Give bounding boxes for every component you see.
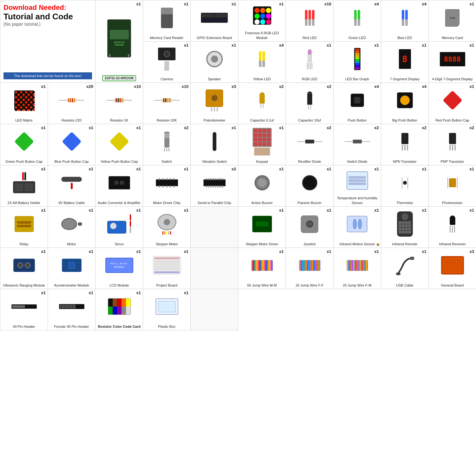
label-passive-buzzer: Passive Buzzer bbox=[287, 201, 332, 205]
icon-r1k bbox=[97, 84, 142, 117]
label-led-matrix: LED Matrix bbox=[2, 118, 46, 122]
qty-joystick: x1 bbox=[327, 208, 331, 213]
qty-big-push-btn: x4 bbox=[422, 84, 426, 89]
label-jump-ff: 20 Jump Wire F-F bbox=[287, 283, 332, 288]
icon-7seg: 8 bbox=[382, 43, 427, 76]
cell-rect-diode: x2 Rectifier Diode bbox=[286, 124, 334, 165]
icon-switch bbox=[144, 125, 189, 158]
qty-led-matrix: x1 bbox=[41, 84, 46, 89]
cell-serial-chip: x2 bbox=[191, 165, 238, 207]
qty-ultrasonic: x1 bbox=[41, 249, 46, 254]
icon-rect-diode bbox=[287, 125, 332, 158]
qty-yellow-led: x4 bbox=[279, 43, 284, 48]
label-serial-chip: Serial to Parallel Chip bbox=[192, 201, 237, 205]
qty-rgb: x1 bbox=[279, 2, 284, 6]
icon-cap10 bbox=[287, 84, 332, 117]
cell-keypad: x1 Keypad bbox=[238, 124, 286, 165]
label-yellow-cap: Yellow Push Button Cap bbox=[97, 159, 142, 164]
qty-blue-led: x4 bbox=[422, 2, 426, 6]
label-usb-cable: USB Cable bbox=[382, 283, 427, 288]
icon-red-led bbox=[287, 2, 332, 34]
icon-battery-cable bbox=[49, 167, 94, 199]
label-yellow-led: Yellow LED bbox=[240, 77, 284, 81]
icon-npn bbox=[382, 125, 427, 158]
icon-cap01 bbox=[240, 84, 284, 117]
icon-ultrasonic bbox=[2, 249, 46, 282]
cell-pin-header: x1 40 Pin Header bbox=[0, 289, 48, 330]
icon-push-btn bbox=[335, 84, 380, 117]
label-r220: Resistor-220 bbox=[49, 118, 94, 122]
qty-usb-cable: x1 bbox=[422, 249, 426, 254]
cell-potentiometer: x3 Potentiometer bbox=[191, 83, 238, 124]
qty-switch: x2 bbox=[184, 125, 188, 130]
qty-motor: x1 bbox=[89, 208, 93, 213]
qty-push-btn: x4 bbox=[374, 84, 379, 89]
label-blue-led: Blue LED bbox=[382, 36, 427, 40]
icon-ir-motion-sensor bbox=[335, 208, 380, 241]
icon-relay bbox=[2, 208, 46, 241]
cell-npn: x2 NPN Transistor bbox=[381, 124, 429, 165]
cell-green-cap: x1 Green Push Button Cap bbox=[0, 124, 48, 165]
label-switch: Switch bbox=[144, 159, 189, 164]
label-switch-diode: Switch Diode bbox=[335, 159, 380, 164]
cell-empty-r8 bbox=[191, 289, 238, 330]
label-lcd: LCD Module bbox=[97, 283, 142, 288]
icon-stepper-driver bbox=[240, 208, 284, 241]
cell-r10k: x10 Resistor-10K bbox=[143, 83, 191, 124]
cell-ir-motion-sensor: x1 Infrared Motion Sensor bbox=[334, 207, 381, 248]
label-pnp: PNP Transistor bbox=[430, 159, 475, 164]
label-battery-holder: 2X AA Battery Holder bbox=[2, 201, 46, 205]
label-female-header: Female 40 Pin Header bbox=[49, 324, 94, 329]
cell-ir-receiver: x1 Infrared Receiver bbox=[429, 207, 476, 248]
qty-ir-motion-sensor: x1 bbox=[374, 208, 379, 213]
tutorial-note: (No paper tutorial.) bbox=[3, 22, 92, 27]
label-npn: NPN Transistor bbox=[382, 159, 427, 164]
qty-relay: x1 bbox=[41, 208, 46, 213]
label-breadboard: Project Board bbox=[144, 283, 189, 288]
icon-mc: 1GB bbox=[430, 2, 475, 34]
qty-cap10: x2 bbox=[327, 84, 331, 89]
icon-temp-sensor bbox=[335, 167, 380, 195]
cell-vib-switch: x1 Vibration Switch bbox=[191, 124, 238, 165]
icon-speaker bbox=[192, 43, 237, 76]
cell-temp-sensor: x1 Temperature and humidity Sensor bbox=[334, 165, 381, 207]
cell-empty-r7 bbox=[191, 248, 238, 289]
icon-blue-led bbox=[382, 2, 427, 34]
icon-yellow-cap bbox=[97, 125, 142, 158]
label-general-board: General Board bbox=[430, 283, 475, 288]
cell-yellow-led: x4 Yellow LED bbox=[238, 42, 286, 83]
icon-rgb-led bbox=[287, 43, 332, 76]
label-plastic-box: Plastic Box bbox=[144, 324, 189, 329]
icon-pot bbox=[192, 84, 237, 117]
cell-switch-diode: x2 Switch Diode bbox=[334, 124, 381, 165]
cell-switch: x2 Switch bbox=[143, 124, 191, 165]
cell-gpio: x1 GPIO Extension Board bbox=[191, 0, 238, 42]
qty-blue-cap: x1 bbox=[89, 125, 93, 130]
icon-jump-ff bbox=[287, 249, 332, 282]
label-motor-driver: Motor Driver Chip bbox=[144, 201, 189, 205]
qty-plastic-box: x1 bbox=[184, 290, 188, 295]
icon-color-card bbox=[97, 290, 142, 323]
cell-red-led: x10 Red LED bbox=[286, 0, 334, 42]
cell-passive-buzzer: x1 Passive Buzzer bbox=[286, 165, 334, 207]
cell-battery-holder: x1 2X AA Battery Holder bbox=[0, 165, 48, 207]
qty-7seg: x1 bbox=[422, 43, 426, 48]
qty-r10k: x10 bbox=[182, 84, 188, 89]
cell-usb-cable: x1 USB Cable bbox=[381, 248, 429, 289]
cell-servo: x1 Servo bbox=[96, 207, 143, 248]
label-ir-receiver: Infrared Receiver bbox=[430, 242, 475, 246]
label-speaker: Speaker bbox=[192, 77, 237, 81]
label-rect-diode: Rectifier Diode bbox=[287, 159, 332, 164]
cell-lcd: x1 Hello, World! FREENOVE LCD Module bbox=[96, 248, 143, 289]
cell-ir-remote: x1 Infrared Remote bbox=[381, 207, 429, 248]
qty-green-cap: x1 bbox=[41, 125, 46, 130]
cell-speaker: x1 Speaker bbox=[191, 42, 238, 83]
cell-motor-driver: x1 bbox=[143, 165, 191, 207]
label-big-push-btn: Big Push Button bbox=[382, 118, 427, 122]
cell-rgb-module: x1 Freenove 8 RGB LED Module bbox=[238, 0, 286, 42]
icon-rgb bbox=[240, 2, 284, 30]
label-7seg: 7-Segment Display bbox=[382, 77, 427, 81]
label-active-buzzer: Active Buzzer bbox=[240, 201, 284, 205]
qty-thermistor: x1 bbox=[422, 167, 426, 171]
qty-servo: x1 bbox=[136, 208, 141, 213]
